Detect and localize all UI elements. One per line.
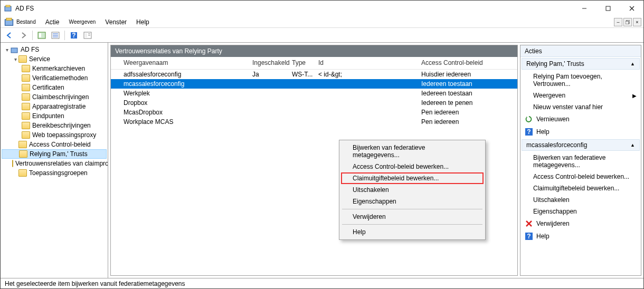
act-new-window[interactable]: Nieuw venster vanaf hier (520, 101, 641, 113)
svg-rect-7 (6, 18, 12, 20)
table-row[interactable]: adfssalesforceconfigJaWS-T...< id-&gt;Hu… (111, 70, 517, 79)
col-id[interactable]: Id (314, 57, 417, 69)
menu-file[interactable]: Bestand (16, 19, 36, 25)
tree-root-label: AD FS (21, 46, 39, 53)
cell-acp: Iedereen te penen (417, 99, 517, 107)
cell-name: Werkplek (111, 90, 248, 97)
svg-rect-3 (606, 6, 610, 11)
ctx-update-fedmeta[interactable]: Bijwerken van federatieve metagegevens..… (341, 142, 484, 161)
cell-name: McasDropbox (111, 109, 248, 116)
context-menu: Bijwerken van federatieve metagegevens..… (339, 140, 486, 240)
mdi-close[interactable]: × (633, 18, 641, 26)
tree-rpt[interactable]: Relying Pam,' Trusts (2, 149, 107, 159)
table-row[interactable]: WerkplekIedereen toestaan (111, 89, 517, 98)
tree-pane: ▾AD FS ▾Service Kenmerkarchieven Verific… (1, 43, 108, 278)
act-delete[interactable]: Verwijderen (520, 217, 641, 230)
cell-acp: Iedereen toestaan (417, 90, 517, 97)
col-name[interactable]: Weergavenaam (111, 57, 248, 69)
tree-item-5[interactable]: Eindpunten (2, 111, 107, 121)
svg-text:?: ? (527, 233, 531, 240)
ctx-properties[interactable]: Eigenschappen (341, 196, 484, 207)
menu-help[interactable]: Help (136, 18, 149, 26)
ctx-disable[interactable]: Uitschakelen (341, 184, 484, 196)
ctx-edit-claim-issuance[interactable]: Claimuitgiftebeleid bewerken... (341, 172, 484, 184)
act-view[interactable]: Weergeven▶ (520, 90, 641, 101)
menu-view[interactable]: Weergeven (69, 19, 96, 25)
act-help[interactable]: ?Help (520, 126, 641, 138)
help-toolbar-button[interactable]: ? (68, 30, 80, 41)
help-icon: ? (525, 128, 533, 136)
act-refresh[interactable]: Vernieuwen (520, 113, 641, 126)
act-add-rpt[interactable]: Relying Pam toevoegen, Vertrouwen... (520, 71, 641, 90)
cell-acp: Pen iedereen (417, 118, 517, 126)
tree-item-3[interactable]: Claimbeschrijvingen (2, 92, 107, 102)
tree-item-1[interactable]: Verificatiemethoden (2, 73, 107, 83)
tree-acp[interactable]: Access Control-beleid (2, 140, 107, 149)
tree-cpt[interactable]: Vertrouwensrelaties van claimprovider (2, 159, 107, 168)
tree-item-7[interactable]: Web toepassingsproxy (2, 130, 107, 140)
cell-acp: Pen iedereen (417, 109, 517, 116)
cell-name: adfssalesforceconfig (111, 71, 248, 78)
actions-section-rpt[interactable]: Relying Pam,' Trusts▲ (522, 58, 640, 70)
svg-text:?: ? (527, 128, 531, 136)
collapse-icon: ▲ (630, 142, 635, 148)
export-list-button[interactable] (82, 30, 93, 41)
svg-rect-22 (11, 48, 17, 53)
table-row[interactable]: mcassalesforceconfigIedereen toestaan (111, 79, 517, 89)
tree-service-label: Service (29, 55, 50, 63)
ctx-sep-1 (342, 209, 482, 209)
col-acp[interactable]: Access Control-beleid (417, 57, 517, 69)
status-bar: Het geselecteerde item bijwerken vanuit … (1, 278, 643, 288)
tree-item-2[interactable]: Certificaten (2, 83, 107, 92)
table-row[interactable]: DropboxIedereen te penen (111, 98, 517, 108)
window-title: AD FS (15, 5, 572, 12)
tree-item-6[interactable]: Bereikbeschrijvingen (2, 121, 107, 130)
ctx-sep-2 (342, 224, 482, 225)
act-disable[interactable]: Uitschakelen (520, 194, 641, 206)
collapse-icon: ▲ (630, 61, 635, 66)
svg-rect-9 (626, 21, 629, 24)
actions-section-item[interactable]: mcassalesforceconfig▲ (522, 139, 640, 151)
tree-service[interactable]: ▾Service (2, 54, 107, 64)
act-update-fedmeta[interactable]: Bijwerken van federatieve metagegevens..… (520, 152, 641, 171)
ctx-help[interactable]: Help (341, 226, 484, 238)
actions-header: Acties (520, 45, 641, 57)
show-hide-tree-button[interactable] (36, 30, 48, 41)
menu-action[interactable]: Actie (45, 18, 60, 26)
chevron-right-icon: ▶ (632, 93, 637, 99)
svg-rect-1 (6, 5, 10, 7)
act-edit-acp[interactable]: Access Control-beleid bewerken... (520, 171, 641, 182)
cell-type: WS-T... (288, 71, 314, 78)
act-help-2[interactable]: ?Help (520, 230, 641, 243)
menu-window[interactable]: Venster (105, 18, 127, 26)
center-header: Vertrouwensrelaties van Relying Party (111, 45, 517, 57)
close-button[interactable] (620, 1, 643, 16)
col-type[interactable]: Type (288, 57, 314, 69)
back-button[interactable] (4, 30, 15, 41)
svg-rect-11 (39, 33, 41, 37)
grid-header: Weergavenaam Ingeschakeld Type Id Access… (111, 57, 517, 70)
toolbar: ? (1, 28, 643, 43)
tree-item-4[interactable]: Apparaatregistratie (2, 102, 107, 111)
tree-appgroups[interactable]: Toepassingsgroepen (2, 168, 107, 178)
delete-icon (525, 219, 533, 228)
properties-button[interactable] (50, 30, 61, 41)
mdi-minimize[interactable]: – (614, 18, 622, 26)
act-edit-claim-issuance[interactable]: Claimuitgiftebeleid bewerken... (520, 182, 641, 194)
status-text: Het geselecteerde item bijwerken vanuit … (5, 280, 185, 287)
cell-enabled: Ja (248, 71, 288, 78)
ctx-edit-acp[interactable]: Access Control-beleid bewerken... (341, 161, 484, 172)
ctx-delete[interactable]: Verwijderen (341, 211, 484, 223)
tree-item-0[interactable]: Kenmerkarchieven (2, 64, 107, 73)
table-row[interactable]: McasDropboxPen iedereen (111, 108, 517, 117)
menu-bar: Bestand Actie Weergeven Venster Help – × (1, 16, 643, 28)
tree-root[interactable]: ▾AD FS (2, 45, 107, 54)
center-pane: Vertrouwensrelaties van Relying Party We… (110, 45, 518, 276)
forward-button[interactable] (17, 30, 29, 41)
table-row[interactable]: Workplace MCASPen iedereen (111, 117, 517, 127)
minimize-button[interactable] (572, 1, 596, 16)
col-enabled[interactable]: Ingeschakeld (248, 57, 288, 69)
maximize-button[interactable] (596, 1, 620, 16)
act-properties[interactable]: Eigenschappen (520, 206, 641, 217)
mdi-restore[interactable] (623, 18, 632, 26)
